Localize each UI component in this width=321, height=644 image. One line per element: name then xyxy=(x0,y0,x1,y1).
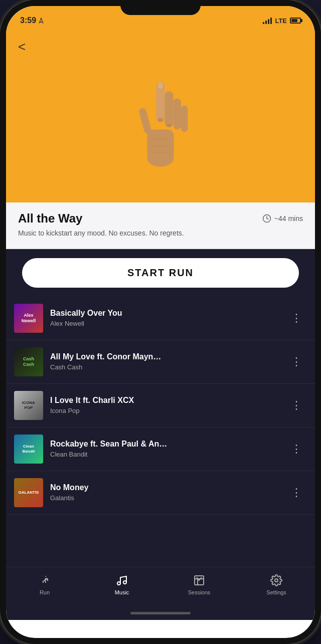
track-art-2: CashCash xyxy=(14,347,43,376)
track-menu-3[interactable]: ⋮ xyxy=(287,398,307,413)
battery-fill xyxy=(291,19,297,22)
track-menu-5[interactable]: ⋮ xyxy=(287,485,307,500)
signal-bar-1 xyxy=(263,22,264,24)
svg-rect-5 xyxy=(181,106,188,132)
settings-icon xyxy=(269,573,283,587)
clock-icon xyxy=(262,214,271,223)
playlist-title: All the Way xyxy=(18,211,82,226)
hero-section: < xyxy=(6,32,315,202)
info-row: All the Way ~44 mins xyxy=(18,211,303,226)
start-run-container: START RUN xyxy=(6,249,315,297)
svg-point-15 xyxy=(123,581,126,584)
music-icon xyxy=(115,573,129,587)
signal-bar-2 xyxy=(265,21,267,24)
svg-point-9 xyxy=(158,82,163,89)
art-placeholder-4: CleanBandit xyxy=(14,435,43,464)
time-display: 3:59 xyxy=(20,16,36,25)
track-art-5: GALANTIS xyxy=(14,478,43,507)
track-info-1: Basically Over You Alex Newell xyxy=(50,309,280,327)
back-button[interactable]: < xyxy=(18,39,26,55)
track-name-4: Rockabye ft. Sean Paul & An… xyxy=(50,440,280,449)
track-artist-2: Cash Cash xyxy=(50,363,280,371)
bottom-nav: Run Music xyxy=(6,567,315,606)
nav-item-sessions[interactable]: Sessions xyxy=(160,573,238,595)
track-name-3: I Love It ft. Charli XCX xyxy=(50,396,280,405)
track-artist-3: Icona Pop xyxy=(50,407,280,414)
art-placeholder-5: GALANTIS xyxy=(14,478,43,507)
nav-label-run: Run xyxy=(40,589,50,595)
notch xyxy=(120,0,201,15)
svg-rect-1 xyxy=(147,129,174,160)
svg-point-8 xyxy=(167,124,172,127)
track-info-2: All My Love ft. Conor Mayn… Cash Cash xyxy=(50,352,280,371)
run-icon xyxy=(38,573,52,587)
svg-rect-6 xyxy=(138,107,152,134)
track-info-5: No Money Galantis xyxy=(50,483,280,502)
nav-label-music: Music xyxy=(115,589,129,595)
svg-rect-4 xyxy=(174,98,181,129)
track-art-4: CleanBandit xyxy=(14,435,43,464)
sessions-icon xyxy=(192,573,206,587)
track-art-3: ICONAPOP xyxy=(14,391,43,420)
track-info-4: Rockabye ft. Sean Paul & An… Clean Bandi… xyxy=(50,440,280,458)
hero-illustration xyxy=(128,67,193,177)
nav-label-settings: Settings xyxy=(266,589,286,595)
track-item: CleanBandit Rockabye ft. Sean Paul & An…… xyxy=(6,427,315,471)
track-artist-1: Alex Newell xyxy=(50,320,280,327)
track-name-5: No Money xyxy=(50,483,280,492)
track-menu-1[interactable]: ⋮ xyxy=(287,311,307,326)
track-list: AlexNewell Basically Over You Alex Newel… xyxy=(6,297,315,567)
track-artist-4: Clean Bandit xyxy=(50,451,280,458)
art-placeholder-2: CashCash xyxy=(14,347,43,376)
art-placeholder-3: ICONAPOP xyxy=(14,391,43,420)
track-name-2: All My Love ft. Conor Mayn… xyxy=(50,352,280,361)
nav-label-sessions: Sessions xyxy=(188,589,211,595)
svg-rect-3 xyxy=(165,91,174,127)
track-item: ICONAPOP I Love It ft. Charli XCX Icona … xyxy=(6,384,315,427)
duration-badge: ~44 mins xyxy=(262,214,303,223)
duration-text: ~44 mins xyxy=(274,214,303,223)
run-svg xyxy=(39,574,51,586)
art-placeholder-1: AlexNewell xyxy=(14,304,43,333)
svg-point-7 xyxy=(157,118,163,122)
track-item: GALANTIS No Money Galantis ⋮ xyxy=(6,471,315,515)
battery-icon xyxy=(290,18,301,24)
track-item: CashCash All My Love ft. Conor Mayn… Cas… xyxy=(6,340,315,384)
track-name-1: Basically Over You xyxy=(50,309,280,318)
settings-svg xyxy=(270,574,282,586)
home-indicator xyxy=(6,606,315,620)
playlist-description: Music to kickstart any mood. No excuses.… xyxy=(18,229,303,239)
phone-inner: 3:59 LTE < xyxy=(6,6,315,638)
track-menu-2[interactable]: ⋮ xyxy=(287,354,307,369)
signal-bars xyxy=(263,17,272,24)
hand-icon xyxy=(130,72,191,172)
signal-bar-3 xyxy=(268,19,269,24)
nav-item-run[interactable]: Run xyxy=(6,573,83,595)
track-artist-5: Galantis xyxy=(50,494,280,502)
start-run-button[interactable]: START RUN xyxy=(22,258,299,288)
track-menu-4[interactable]: ⋮ xyxy=(287,442,307,457)
status-icons: LTE xyxy=(263,17,301,25)
svg-point-14 xyxy=(117,582,120,585)
music-svg xyxy=(116,574,128,586)
nav-item-music[interactable]: Music xyxy=(83,573,160,595)
track-item: AlexNewell Basically Over You Alex Newel… xyxy=(6,297,315,340)
home-bar xyxy=(130,612,191,614)
location-icon xyxy=(38,18,44,24)
playlist-info-section: All the Way ~44 mins Music to kickstart … xyxy=(6,202,315,249)
main-content: < xyxy=(6,32,315,620)
lte-indicator: LTE xyxy=(275,17,287,25)
track-info-3: I Love It ft. Charli XCX Icona Pop xyxy=(50,396,280,414)
svg-point-17 xyxy=(275,579,278,582)
nav-item-settings[interactable]: Settings xyxy=(238,573,315,595)
signal-bar-4 xyxy=(270,18,272,24)
status-time: 3:59 xyxy=(20,16,44,25)
phone-shell: 3:59 LTE < xyxy=(0,0,321,644)
track-art-1: AlexNewell xyxy=(14,304,43,333)
sessions-svg xyxy=(193,574,205,586)
